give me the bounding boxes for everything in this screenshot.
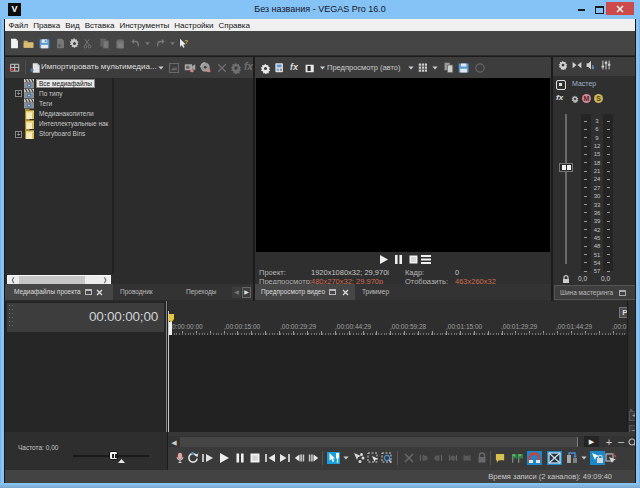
svg-text:?: ? (184, 38, 188, 45)
